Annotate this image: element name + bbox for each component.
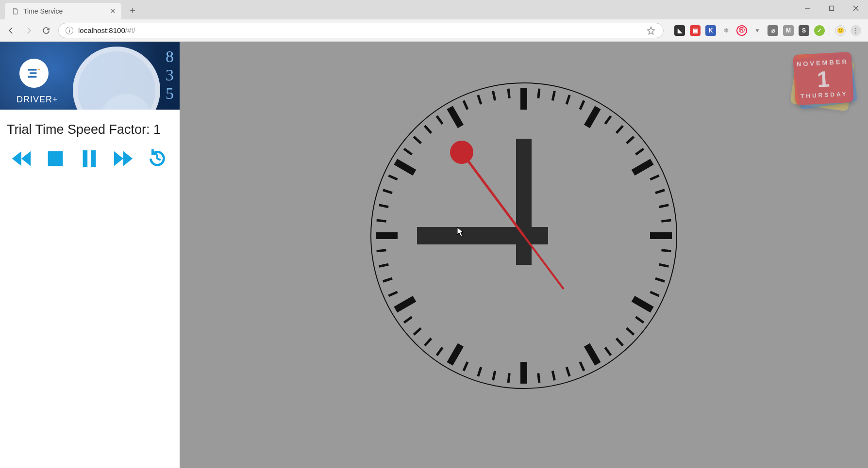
svg-line-19 <box>605 116 611 124</box>
bookmark-star-icon[interactable] <box>646 25 656 36</box>
extension-icon[interactable]: ▣ <box>690 25 701 36</box>
extension-icon[interactable]: ◣ <box>674 25 685 36</box>
svg-line-17 <box>580 100 584 109</box>
window-controls <box>795 0 868 16</box>
svg-line-69 <box>464 100 467 109</box>
svg-line-45 <box>493 371 495 381</box>
stop-button[interactable] <box>44 147 67 170</box>
svg-line-55 <box>383 278 392 281</box>
svg-line-32 <box>650 292 659 296</box>
pause-button[interactable] <box>78 147 101 170</box>
svg-line-71 <box>493 91 495 101</box>
svg-line-21 <box>627 137 634 143</box>
address-bar: i localhost:8100/#!/ ◣ ▣ K ✱ Ⓝ ▼ ⌀ M S ✓… <box>0 19 868 42</box>
url-host: localhost:8100 <box>78 26 125 34</box>
close-tab-button[interactable]: ✕ <box>109 7 117 15</box>
mouse-cursor-icon <box>457 227 464 237</box>
svg-line-42 <box>538 373 539 383</box>
maximize-button[interactable] <box>819 0 844 16</box>
url-field[interactable]: i localhost:8100/#!/ <box>58 23 664 38</box>
svg-line-37 <box>605 348 611 355</box>
svg-rect-6 <box>28 76 36 78</box>
speed-prefix: Trial Time Speed Factor: <box>7 122 153 137</box>
svg-line-63 <box>396 162 415 173</box>
brand-name: DRIVER+ <box>17 95 58 105</box>
rewind-button[interactable] <box>10 147 33 170</box>
svg-rect-9 <box>83 150 88 167</box>
svg-line-46 <box>478 367 481 376</box>
browser-tab[interactable]: Time Service ✕ <box>5 3 121 19</box>
decorative-mini-clock <box>73 47 160 110</box>
svg-point-77 <box>450 141 473 164</box>
svg-line-72 <box>508 89 509 98</box>
svg-line-67 <box>437 116 443 124</box>
svg-text:+: + <box>37 66 40 72</box>
calendar-weekday: THURSDAY <box>801 90 848 99</box>
extensions-row: ◣ ▣ K ✱ Ⓝ ▼ ⌀ M S ✓ 🙂 ⋮ <box>670 25 862 36</box>
speed-factor-label: Trial Time Speed Factor: 1 <box>0 110 180 145</box>
svg-rect-4 <box>28 69 36 71</box>
svg-line-36 <box>617 339 623 346</box>
calendar-front-page: NOVEMBER 1 THURSDAY <box>793 52 853 105</box>
svg-line-50 <box>425 339 431 346</box>
playback-controls <box>0 145 180 172</box>
reset-time-button[interactable] <box>146 147 169 170</box>
extension-icon[interactable]: M <box>783 25 794 36</box>
svg-line-23 <box>633 162 652 173</box>
svg-line-56 <box>379 264 389 266</box>
svg-line-16 <box>567 95 569 104</box>
svg-line-15 <box>552 91 554 101</box>
svg-line-76 <box>462 152 524 236</box>
svg-rect-5 <box>30 72 36 74</box>
svg-line-38 <box>587 345 598 364</box>
svg-line-66 <box>425 126 431 133</box>
svg-line-39 <box>580 362 584 371</box>
svg-line-64 <box>404 149 412 155</box>
extension-icon[interactable]: K <box>705 25 716 36</box>
fast-forward-button[interactable] <box>112 147 135 170</box>
svg-rect-8 <box>48 151 63 166</box>
svg-line-68 <box>450 108 461 127</box>
extension-icon[interactable]: S <box>799 25 809 36</box>
speed-value: 1 <box>153 122 161 137</box>
svg-line-29 <box>661 250 671 251</box>
svg-rect-73 <box>516 139 532 265</box>
svg-line-22 <box>636 149 644 155</box>
extension-icon[interactable]: ⌀ <box>768 25 778 36</box>
tab-title: Time Service <box>23 7 104 15</box>
svg-line-53 <box>396 299 415 310</box>
svg-line-47 <box>464 362 467 371</box>
svg-line-30 <box>659 264 669 266</box>
site-info-icon[interactable]: i <box>66 27 73 34</box>
svg-line-62 <box>388 176 397 179</box>
page-body: 835 + DRIVER+ Trial Time Speed Factor: 1 <box>0 42 868 468</box>
svg-line-70 <box>478 95 481 104</box>
browser-chrome: Time Service ✕ + i localhost:8100/#!/ <box>0 0 868 42</box>
reload-button[interactable] <box>41 25 51 36</box>
forward-button[interactable] <box>23 25 34 36</box>
svg-line-40 <box>567 367 569 376</box>
extension-icon[interactable]: Ⓝ <box>736 25 747 36</box>
file-icon <box>12 8 18 15</box>
new-tab-button[interactable]: + <box>125 3 140 18</box>
extension-icon[interactable]: ✓ <box>814 25 825 36</box>
extension-icon[interactable]: ✱ <box>721 25 732 36</box>
svg-line-48 <box>450 345 461 364</box>
analog-clock <box>368 81 679 391</box>
url-text: localhost:8100/#!/ <box>78 26 641 34</box>
svg-line-33 <box>633 299 652 310</box>
close-window-button[interactable] <box>844 0 868 16</box>
svg-line-54 <box>388 292 397 296</box>
menu-icon[interactable]: ⋮ <box>851 25 861 36</box>
minimize-button[interactable] <box>795 0 819 16</box>
svg-line-31 <box>655 278 665 281</box>
svg-line-18 <box>587 108 598 127</box>
svg-line-59 <box>377 220 386 221</box>
profile-avatar-icon[interactable]: 🙂 <box>835 25 846 36</box>
back-button[interactable] <box>6 25 17 36</box>
svg-line-25 <box>655 190 665 193</box>
brand-logo: + <box>19 59 49 88</box>
extension-icon[interactable]: ▼ <box>752 25 763 36</box>
svg-line-35 <box>627 328 634 335</box>
svg-line-20 <box>617 126 623 133</box>
